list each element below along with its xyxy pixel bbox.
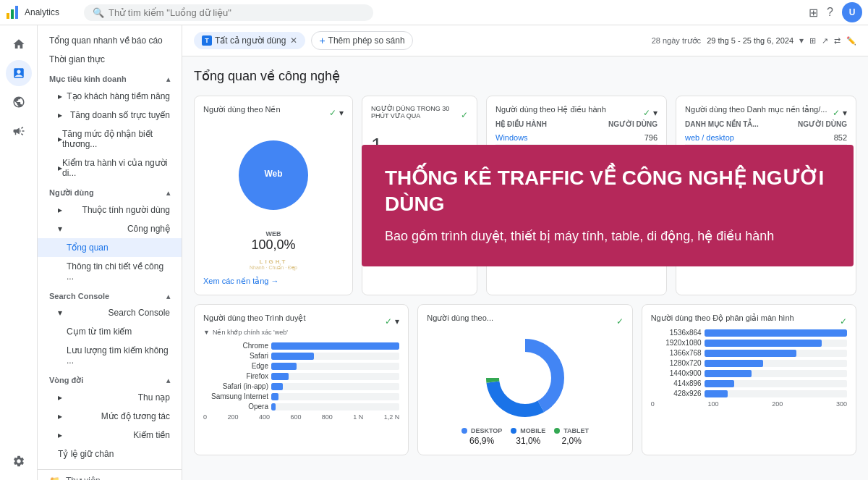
- donut-legend: DESKTOP 66,9% MOBILE 31,0% TABLET 2,0%: [427, 427, 623, 446]
- help-icon[interactable]: ?: [827, 6, 833, 19]
- legend-item: DESKTOP 66,9%: [461, 427, 502, 446]
- avatar[interactable]: U: [842, 2, 862, 22]
- svg-text:Web: Web: [264, 169, 282, 179]
- sidebar-item-detail[interactable]: Thông tin chi tiết về công ...: [38, 257, 182, 286]
- card4-badge: ✓ ▾: [833, 108, 847, 118]
- list-item: Safari: [203, 352, 399, 360]
- share-icon[interactable]: ↗: [822, 36, 828, 46]
- donut-chart: [482, 334, 569, 421]
- sidebar-real-time[interactable]: Thời gian thực: [38, 50, 182, 69]
- search-input[interactable]: [109, 7, 365, 18]
- edit-icon[interactable]: ✏️: [846, 36, 856, 46]
- card1-options-icon[interactable]: ▾: [339, 108, 344, 118]
- chevron-up3-icon: ▴: [166, 292, 170, 300]
- bottom-cards-row: Người dùng theo Trình duyệt ✓ ▾ ▼Nền khớ…: [194, 304, 856, 455]
- card-platform: Người dùng theo Nền ✓ ▾ Web: [194, 96, 353, 295]
- list-item: Safari (in-app): [203, 382, 399, 390]
- app-title: Analytics: [25, 7, 59, 17]
- card-realtime: NGƯỜI DÙNG TRONG 30 PHÚT VỪA QUA ✓ 1 SỐ …: [362, 96, 477, 295]
- chip-t-icon: T: [202, 35, 212, 46]
- card3-col-headers: HỆ ĐIỀU HÀNH NGƯỜI DÙNG: [495, 120, 658, 128]
- segment-chip-all-users[interactable]: T Tất cả người dùng ✕: [194, 32, 305, 49]
- card4-rows: web / desktop852web / mobile381web / tab…: [685, 131, 847, 172]
- view-icons: ⊞ ↗ ⇄ ✏️: [809, 36, 856, 46]
- sidebar-item-sales[interactable]: ▸ Tăng doanh số trực tuyến: [38, 106, 182, 125]
- card3-title: Người dùng theo Hệ điều hành: [495, 105, 606, 114]
- card4-title: Người dùng theo Danh mục nền tảng/...: [685, 105, 827, 114]
- sidebar-item-engagement[interactable]: ▸ Mức độ tương tác: [38, 407, 182, 426]
- nav-settings[interactable]: [6, 448, 32, 474]
- bc-resolution: Người dùng theo Độ phân giải màn hình ✓ …: [642, 304, 856, 455]
- chip-label: Tất cả người dùng: [215, 35, 286, 46]
- add-comparison-chip[interactable]: + Thêm phép so sánh: [311, 31, 412, 50]
- sidebar-item-overview[interactable]: Tổng quan: [38, 238, 182, 257]
- list-item: Opera: [203, 403, 399, 410]
- bc1-check-icon: ✓: [385, 316, 392, 327]
- card4-header: Người dùng theo Danh mục nền tảng/... ✓ …: [685, 105, 847, 120]
- grid-view-icon[interactable]: ⊞: [809, 36, 816, 46]
- nav-home[interactable]: [6, 31, 32, 57]
- top-cards-row: Người dùng theo Nền ✓ ▾ Web: [194, 96, 856, 295]
- card2-platform-label: NỀN TẢNG HÀNG ĐẦU: [371, 209, 468, 216]
- card1-badge: ✓ ▾: [329, 108, 344, 118]
- svg-rect-1: [11, 9, 14, 19]
- sidebar-item-organic[interactable]: Lưu lượng tìm kiếm không ...: [38, 341, 182, 370]
- sidebar-item-acquisition[interactable]: ▸ Thu nạp: [38, 388, 182, 407]
- grid-icon[interactable]: ⊞: [809, 6, 818, 20]
- nav-explore[interactable]: [6, 89, 32, 115]
- bc1-header: Người dùng theo Trình duyệt ✓ ▾: [203, 313, 399, 329]
- card3-badge: ✓ ▾: [643, 108, 658, 118]
- nav-advertising[interactable]: [6, 118, 32, 144]
- content-area: Tổng quan về công nghệ Người dùng theo N…: [182, 56, 868, 467]
- sidebar-item-retention[interactable]: Tỷ lệ giữ chân: [38, 445, 182, 463]
- sidebar-item-tech[interactable]: ▾ Công nghệ: [38, 219, 182, 238]
- bc1-title: Người dùng theo Trình duyệt: [203, 313, 305, 323]
- table-row: web / desktop852: [685, 131, 847, 145]
- card2-chart: [371, 174, 468, 203]
- card2-count: 1: [371, 134, 468, 157]
- sidebar-item-keywords[interactable]: Cụm từ tìm kiếm: [38, 322, 182, 341]
- sidebar-item-leads[interactable]: ▸ Tạo khách hàng tiềm năng: [38, 87, 182, 106]
- bc-browser: Người dùng theo Trình duyệt ✓ ▾ ▼Nền khớ…: [194, 304, 409, 455]
- nav-reports[interactable]: [6, 60, 32, 86]
- sidebar-lifecycle-label[interactable]: Vòng đời ▴: [38, 370, 182, 388]
- svg-rect-0: [7, 13, 9, 19]
- sidebar-quick-report[interactable]: Tổng quan nhanh về báo cáo: [38, 31, 182, 50]
- chevron-up-icon: ▴: [166, 75, 170, 83]
- page-title: Tổng quan về công nghệ: [194, 68, 856, 84]
- bc-device: Người dùng theo... ✓: [417, 304, 632, 455]
- chip-close-icon[interactable]: ✕: [290, 35, 297, 46]
- date-chevron-icon[interactable]: ▾: [799, 35, 804, 46]
- card1-view-link[interactable]: Xem các nền tảng →: [203, 277, 344, 286]
- card1-metric: WEB 100,0%: [203, 230, 344, 253]
- bc2-title: Người dùng theo...: [427, 313, 493, 323]
- app-logo: Analytics: [6, 5, 78, 20]
- sidebar-library[interactable]: 📁 Thư viện: [38, 469, 182, 480]
- sidebar-item-behavior[interactable]: ▸ Kiểm tra hành vi của người di...: [38, 153, 182, 182]
- sidebar-item-monetize[interactable]: ▸ Kiếm tiền: [38, 426, 182, 445]
- toolbar-right: 28 ngày trước 29 thg 5 - 25 thg 6, 2024 …: [652, 35, 856, 46]
- sidebar-item-brand[interactable]: ▸ Tăng mức độ nhận biết thương...: [38, 125, 182, 153]
- card3-check-icon: ✓: [643, 108, 650, 118]
- sidebar-item-sc-main[interactable]: ▾ Search Console: [38, 303, 182, 322]
- bc2-badge: ✓: [616, 316, 624, 327]
- card2-sublabel: SỐ NGƯỜI DÙNG MỖI PHÚT: [371, 159, 468, 166]
- bc1-options-icon[interactable]: ▾: [395, 316, 399, 327]
- icon-nav: [0, 25, 38, 480]
- card-os: Người dùng theo Hệ điều hành ✓ ▾ HỆ ĐIỀU…: [486, 96, 667, 295]
- card2-platform-val: web: [371, 219, 468, 229]
- card3-view-link[interactable]: Xem b...: [495, 206, 658, 214]
- card4-options-icon[interactable]: ▾: [843, 108, 847, 118]
- card3-options-icon[interactable]: ▾: [653, 108, 658, 118]
- search-bar[interactable]: 🔍: [84, 4, 373, 21]
- sidebar-user-section-label[interactable]: Người dùng ▴: [38, 182, 182, 201]
- compare-icon[interactable]: ⇄: [834, 36, 841, 46]
- sidebar-business-goals-label[interactable]: Mục tiêu kinh doanh ▴: [38, 69, 182, 87]
- card-platform-cat: Người dùng theo Danh mục nền tảng/... ✓ …: [676, 96, 856, 295]
- sidebar-search-console-label[interactable]: Search Console ▴: [38, 286, 182, 303]
- table-row: web / mobile381: [685, 145, 847, 159]
- card4-col-headers: DANH MỤC NỀN TẢ... NGƯỜI DÙNG: [685, 120, 847, 128]
- sidebar-item-user-attr[interactable]: ▸ Thuộc tính người dùng: [38, 201, 182, 219]
- bc3-x-axis: 0100200300: [651, 400, 847, 408]
- list-item: Edge: [203, 362, 399, 370]
